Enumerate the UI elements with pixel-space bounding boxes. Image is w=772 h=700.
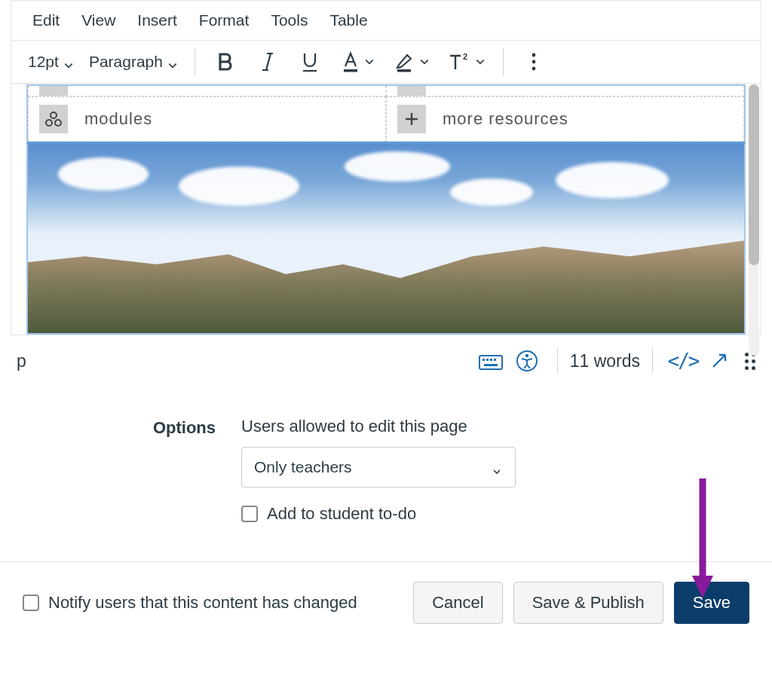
editor-content[interactable]: modules more resources [11, 84, 761, 335]
save-button[interactable]: Save [674, 582, 749, 624]
statusbar-separator [652, 348, 653, 374]
svg-rect-1 [397, 69, 411, 72]
menu-edit[interactable]: Edit [32, 11, 60, 29]
scrollbar[interactable] [749, 84, 759, 356]
underline-button[interactable] [289, 47, 331, 77]
menu-table[interactable]: Table [329, 11, 367, 29]
svg-rect-12 [490, 359, 492, 361]
plus-icon [397, 105, 426, 133]
fullscreen-icon[interactable] [706, 347, 733, 374]
toolbar: 12pt Paragraph [11, 41, 761, 84]
svg-rect-0 [344, 69, 357, 72]
save-publish-button[interactable]: Save & Publish [513, 582, 663, 624]
todo-checkbox[interactable] [241, 506, 258, 522]
menu-format[interactable]: Format [199, 11, 250, 29]
html-view-icon[interactable]: </> [669, 347, 697, 374]
nav-cell-modules[interactable]: modules [28, 96, 386, 142]
chevron-down-icon [167, 57, 178, 67]
chevron-down-icon [475, 57, 486, 67]
edit-permission-label: Users allowed to edit this page [241, 417, 772, 436]
svg-point-8 [55, 120, 61, 126]
svg-point-7 [46, 120, 52, 126]
page-footer: Notify users that this content has chang… [0, 562, 772, 662]
svg-point-16 [525, 354, 528, 357]
options-label: Options [0, 417, 241, 524]
scrollbar-thumb[interactable] [749, 84, 759, 265]
rich-content-editor: Edit View Insert Format Tools Table 12pt… [11, 0, 761, 335]
superscript-button[interactable]: 2 [440, 47, 494, 77]
toolbar-separator [195, 48, 195, 75]
block-format-select[interactable]: Paragraph [81, 48, 185, 75]
font-size-select[interactable]: 12pt [20, 48, 81, 75]
menubar: Edit View Insert Format Tools Table [11, 1, 761, 41]
svg-point-4 [532, 60, 536, 64]
todo-checkbox-row: Add to student to-do [241, 504, 772, 524]
chevron-down-icon [364, 57, 375, 67]
svg-rect-14 [484, 364, 498, 366]
text-color-button[interactable] [331, 47, 385, 77]
statusbar-separator [557, 348, 558, 374]
element-path[interactable]: p [17, 351, 26, 371]
more-tools-button[interactable] [513, 47, 555, 77]
modules-icon [39, 105, 68, 133]
svg-text:2: 2 [463, 52, 467, 61]
svg-point-5 [532, 67, 536, 71]
italic-button[interactable] [247, 47, 289, 77]
chevron-down-icon [63, 57, 74, 67]
svg-rect-9 [479, 356, 502, 369]
menu-view[interactable]: View [81, 11, 115, 29]
font-size-value: 12pt [28, 53, 59, 71]
word-count[interactable]: 11 words [570, 351, 640, 371]
todo-checkbox-label: Add to student to-do [267, 504, 416, 524]
highlight-color-button[interactable] [385, 47, 440, 77]
select-value: Only teachers [254, 458, 352, 476]
bold-button[interactable] [204, 47, 247, 77]
nav-cell-more-resources[interactable]: more resources [386, 96, 744, 142]
svg-rect-13 [494, 359, 496, 361]
chevron-down-icon [419, 57, 430, 67]
banner-image[interactable] [26, 144, 746, 335]
block-format-value: Paragraph [89, 53, 163, 71]
options-section: Options Users allowed to edit this page … [0, 387, 772, 548]
menu-insert[interactable]: Insert [137, 11, 177, 29]
accessibility-checker-icon[interactable] [513, 347, 541, 374]
keyboard-shortcuts-icon[interactable] [477, 347, 504, 374]
nav-table: modules more resources [26, 84, 746, 144]
toolbar-separator [503, 48, 504, 75]
svg-rect-11 [486, 359, 489, 361]
notify-checkbox[interactable] [23, 595, 39, 611]
editor-statusbar: p 11 words </> [0, 335, 772, 387]
svg-rect-10 [482, 359, 485, 361]
chevron-down-icon [492, 462, 503, 472]
nav-cell-label: more resources [443, 109, 568, 129]
menu-tools[interactable]: Tools [271, 11, 308, 29]
notify-checkbox-label: Notify users that this content has chang… [48, 593, 357, 613]
cancel-button[interactable]: Cancel [413, 582, 502, 624]
nav-cell-label: modules [84, 109, 152, 129]
svg-point-6 [51, 112, 57, 118]
svg-point-3 [532, 53, 536, 57]
edit-permission-select[interactable]: Only teachers [241, 447, 516, 488]
